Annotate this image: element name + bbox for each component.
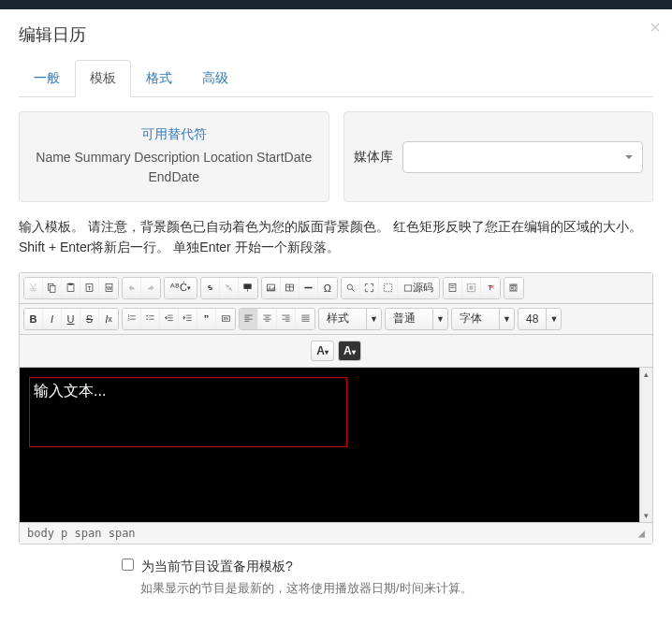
fontsize-combo[interactable]: 48 ▼ bbox=[518, 308, 562, 330]
fallback-template-checkbox[interactable] bbox=[122, 559, 134, 571]
svg-text:DIV: DIV bbox=[223, 317, 228, 321]
paste-text-icon[interactable]: T bbox=[80, 278, 99, 298]
div-icon[interactable]: DIV bbox=[216, 309, 235, 329]
scroll-track[interactable] bbox=[640, 381, 652, 509]
templates-icon[interactable] bbox=[444, 278, 462, 298]
editor-toolbar-row2: B I U S Ix 12 ” DIV 样式 bbox=[20, 304, 652, 335]
svg-rect-8 bbox=[244, 284, 252, 290]
tab-template[interactable]: 模板 bbox=[75, 60, 131, 97]
text-color-button[interactable]: A▾ bbox=[311, 341, 334, 361]
media-library-select[interactable] bbox=[402, 141, 644, 173]
anchor-icon[interactable] bbox=[239, 278, 257, 298]
chevron-down-icon: ▼ bbox=[366, 309, 381, 329]
svg-rect-14 bbox=[404, 285, 412, 291]
redo-icon[interactable] bbox=[141, 278, 160, 298]
scroll-down-icon[interactable]: ▾ bbox=[640, 509, 652, 522]
app-topbar bbox=[0, 0, 672, 9]
font-combo[interactable]: 字体 ▼ bbox=[451, 308, 515, 330]
fallback-template-label: 为当前节目设置备用模板? bbox=[141, 559, 293, 575]
undo-icon[interactable] bbox=[123, 278, 141, 298]
showblocks-icon[interactable] bbox=[379, 278, 398, 298]
media-panel: 媒体库 bbox=[343, 111, 654, 202]
media-label: 媒体库 bbox=[354, 149, 393, 166]
rich-text-editor: T W ᴬᴮĊ▾ Ω bbox=[19, 272, 653, 544]
template-help-text: 输入模板。 请注意，背景颜色已自动着色为您的版面背景颜色。 红色矩形反映了您正在… bbox=[19, 216, 653, 258]
chevron-down-icon: ▼ bbox=[499, 309, 514, 329]
editor-statusbar: body p span span ◢ bbox=[20, 522, 652, 544]
format-combo[interactable]: 普通 ▼ bbox=[385, 308, 448, 330]
svg-text:2: 2 bbox=[127, 318, 129, 322]
svg-rect-1 bbox=[50, 286, 55, 293]
spellcheck-icon[interactable]: ᴬᴮĊ▾ bbox=[165, 278, 197, 298]
chevron-down-icon: ▼ bbox=[546, 309, 561, 329]
substitution-tokens: Name Summary Description Location StartD… bbox=[29, 148, 319, 187]
svg-point-12 bbox=[347, 284, 353, 290]
bg-color-button[interactable]: A▾ bbox=[338, 341, 361, 361]
editor-region[interactable]: 输入文本... bbox=[29, 377, 347, 447]
editor-toolbar-row1: T W ᴬᴮĊ▾ Ω bbox=[20, 273, 652, 304]
find-icon[interactable] bbox=[342, 278, 360, 298]
scroll-up-icon[interactable]: ▴ bbox=[640, 368, 652, 381]
indent-icon[interactable] bbox=[179, 309, 197, 329]
outdent-icon[interactable] bbox=[160, 309, 179, 329]
table-icon[interactable] bbox=[281, 278, 299, 298]
svg-point-23 bbox=[146, 315, 147, 316]
italic-button[interactable]: I bbox=[43, 309, 62, 329]
editor-stage-wrap: 输入文本... ▴ ▾ bbox=[20, 368, 652, 522]
substitution-panel: 可用替代符 Name Summary Description Location … bbox=[19, 111, 329, 202]
tab-format[interactable]: 格式 bbox=[131, 60, 187, 97]
align-left-icon[interactable] bbox=[240, 309, 258, 329]
bullet-list-icon[interactable] bbox=[141, 309, 160, 329]
align-center-icon[interactable] bbox=[258, 309, 277, 329]
tab-bar: 一般 模板 格式 高级 bbox=[19, 60, 653, 97]
editor-stage[interactable]: 输入文本... bbox=[20, 368, 639, 522]
svg-text:W: W bbox=[106, 286, 111, 292]
svg-rect-13 bbox=[384, 284, 391, 292]
bold-button[interactable]: B bbox=[24, 309, 43, 329]
strike-button[interactable]: S bbox=[80, 309, 99, 329]
removeformat-icon[interactable]: T bbox=[481, 278, 500, 298]
editor-placeholder: 输入文本... bbox=[34, 382, 343, 401]
align-right-icon[interactable] bbox=[277, 309, 296, 329]
tab-advanced[interactable]: 高级 bbox=[187, 60, 243, 97]
editor-toolbar-row3: A▾ A▾ bbox=[20, 335, 652, 368]
vertical-scrollbar[interactable]: ▴ ▾ bbox=[639, 368, 652, 522]
blockquote-icon[interactable]: ” bbox=[197, 309, 216, 329]
link-icon[interactable] bbox=[201, 278, 220, 298]
close-icon[interactable]: × bbox=[650, 17, 661, 38]
svg-point-10 bbox=[269, 286, 270, 287]
chevron-down-icon: ▼ bbox=[432, 309, 447, 329]
style-combo[interactable]: 样式 ▼ bbox=[318, 308, 382, 330]
image-icon[interactable] bbox=[262, 278, 281, 298]
remove-format-icon[interactable]: Ix bbox=[99, 309, 118, 329]
modal-title: 编辑日历 bbox=[19, 23, 653, 46]
hr-icon[interactable] bbox=[299, 278, 318, 298]
cut-icon[interactable] bbox=[24, 278, 43, 298]
edit-calendar-modal: × 编辑日历 一般 模板 格式 高级 可用替代符 Name Summary De… bbox=[0, 9, 672, 611]
svg-text:CK: CK bbox=[510, 286, 518, 292]
paste-word-icon[interactable]: W bbox=[99, 278, 118, 298]
svg-point-24 bbox=[146, 319, 147, 320]
svg-text:T: T bbox=[88, 286, 92, 292]
source-button[interactable]: 源码 bbox=[398, 278, 439, 298]
svg-rect-17 bbox=[469, 286, 473, 290]
svg-rect-3 bbox=[68, 283, 72, 285]
element-path[interactable]: body p span span bbox=[27, 527, 136, 540]
fallback-template-help: 如果显示的节目是最新的，这将使用播放器日期/时间来计算。 bbox=[140, 580, 653, 597]
fallback-template-group: 为当前节目设置备用模板? bbox=[122, 559, 653, 575]
numbered-list-icon[interactable]: 12 bbox=[123, 309, 141, 329]
substitution-heading: 可用替代符 bbox=[29, 126, 319, 143]
specialchar-icon[interactable]: Ω bbox=[318, 278, 337, 298]
unlink-icon[interactable] bbox=[220, 278, 239, 298]
paste-icon[interactable] bbox=[62, 278, 80, 298]
underline-button[interactable]: U bbox=[62, 309, 80, 329]
selectall-icon[interactable] bbox=[462, 278, 481, 298]
resize-grip-icon[interactable]: ◢ bbox=[638, 527, 645, 540]
about-icon[interactable]: CK bbox=[504, 278, 523, 298]
tab-general[interactable]: 一般 bbox=[19, 60, 75, 97]
copy-icon[interactable] bbox=[43, 278, 62, 298]
align-justify-icon[interactable] bbox=[296, 309, 314, 329]
maximize-icon[interactable] bbox=[360, 278, 379, 298]
